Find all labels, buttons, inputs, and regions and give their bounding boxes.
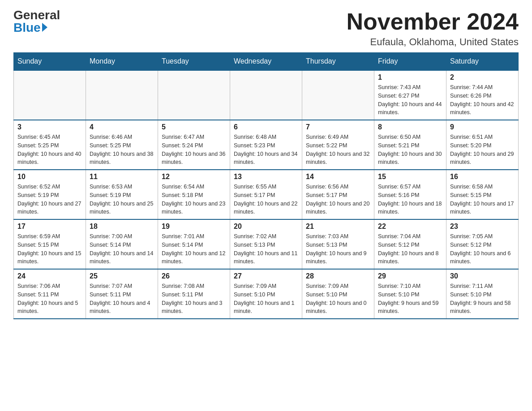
calendar-week-row: 10Sunrise: 6:52 AM Sunset: 5:19 PM Dayli… xyxy=(14,170,519,219)
calendar-cell xyxy=(86,70,158,120)
day-number: 9 xyxy=(450,123,515,131)
calendar-cell: 7Sunrise: 6:49 AM Sunset: 5:22 PM Daylig… xyxy=(302,120,374,170)
day-number: 12 xyxy=(162,173,226,181)
day-number: 5 xyxy=(162,123,226,131)
day-number: 16 xyxy=(450,173,515,181)
page-header: General Blue November 2024 Eufaula, Okla… xyxy=(13,9,519,48)
calendar-cell: 10Sunrise: 6:52 AM Sunset: 5:19 PM Dayli… xyxy=(14,170,86,219)
day-number: 1 xyxy=(378,73,442,81)
day-number: 10 xyxy=(17,173,82,181)
day-number: 7 xyxy=(306,123,370,131)
day-number: 15 xyxy=(378,173,442,181)
logo-general-text: General xyxy=(13,9,60,21)
day-info: Sunrise: 7:02 AM Sunset: 5:13 PM Dayligh… xyxy=(234,232,298,266)
day-number: 19 xyxy=(162,223,226,231)
logo-blue-text: Blue xyxy=(13,21,47,34)
day-number: 21 xyxy=(306,223,370,231)
weekday-header-sunday: Sunday xyxy=(14,53,86,71)
day-info: Sunrise: 7:08 AM Sunset: 5:11 PM Dayligh… xyxy=(162,282,226,316)
calendar-week-row: 17Sunrise: 6:59 AM Sunset: 5:15 PM Dayli… xyxy=(14,219,519,269)
calendar-cell: 1Sunrise: 7:43 AM Sunset: 6:27 PM Daylig… xyxy=(374,70,446,120)
day-info: Sunrise: 6:55 AM Sunset: 5:17 PM Dayligh… xyxy=(234,183,298,216)
calendar-week-row: 1Sunrise: 7:43 AM Sunset: 6:27 PM Daylig… xyxy=(14,70,519,120)
calendar-cell: 27Sunrise: 7:09 AM Sunset: 5:10 PM Dayli… xyxy=(230,269,302,319)
day-number: 27 xyxy=(234,272,298,280)
calendar-cell: 29Sunrise: 7:10 AM Sunset: 5:10 PM Dayli… xyxy=(374,269,446,319)
day-info: Sunrise: 7:09 AM Sunset: 5:10 PM Dayligh… xyxy=(306,282,370,316)
weekday-header-friday: Friday xyxy=(374,53,446,71)
calendar-cell: 12Sunrise: 6:54 AM Sunset: 5:18 PM Dayli… xyxy=(158,170,230,219)
day-info: Sunrise: 7:07 AM Sunset: 5:11 PM Dayligh… xyxy=(90,282,154,316)
day-number: 26 xyxy=(162,272,226,280)
calendar-cell: 5Sunrise: 6:47 AM Sunset: 5:24 PM Daylig… xyxy=(158,120,230,170)
calendar-cell: 25Sunrise: 7:07 AM Sunset: 5:11 PM Dayli… xyxy=(86,269,158,319)
day-number: 24 xyxy=(17,272,82,280)
day-info: Sunrise: 6:45 AM Sunset: 5:25 PM Dayligh… xyxy=(17,133,82,167)
calendar-cell xyxy=(14,70,86,120)
calendar-cell: 13Sunrise: 6:55 AM Sunset: 5:17 PM Dayli… xyxy=(230,170,302,219)
calendar-cell: 19Sunrise: 7:01 AM Sunset: 5:14 PM Dayli… xyxy=(158,219,230,269)
day-info: Sunrise: 7:01 AM Sunset: 5:14 PM Dayligh… xyxy=(162,232,226,266)
calendar-cell: 8Sunrise: 6:50 AM Sunset: 5:21 PM Daylig… xyxy=(374,120,446,170)
day-number: 4 xyxy=(90,123,154,131)
calendar-cell: 23Sunrise: 7:05 AM Sunset: 5:12 PM Dayli… xyxy=(446,219,519,269)
day-info: Sunrise: 7:05 AM Sunset: 5:12 PM Dayligh… xyxy=(450,232,515,266)
location-label: Eufaula, Oklahoma, United States xyxy=(347,36,519,48)
calendar-cell: 16Sunrise: 6:58 AM Sunset: 5:15 PM Dayli… xyxy=(446,170,519,219)
day-number: 25 xyxy=(90,272,154,280)
day-info: Sunrise: 6:48 AM Sunset: 5:23 PM Dayligh… xyxy=(234,133,298,167)
day-info: Sunrise: 6:52 AM Sunset: 5:19 PM Dayligh… xyxy=(17,183,82,216)
calendar-cell: 26Sunrise: 7:08 AM Sunset: 5:11 PM Dayli… xyxy=(158,269,230,319)
day-info: Sunrise: 6:51 AM Sunset: 5:20 PM Dayligh… xyxy=(450,133,515,167)
day-info: Sunrise: 6:46 AM Sunset: 5:25 PM Dayligh… xyxy=(90,133,154,167)
day-info: Sunrise: 6:58 AM Sunset: 5:15 PM Dayligh… xyxy=(450,183,515,216)
day-number: 22 xyxy=(378,223,442,231)
calendar-cell xyxy=(158,70,230,120)
day-info: Sunrise: 7:00 AM Sunset: 5:14 PM Dayligh… xyxy=(90,232,154,266)
day-number: 28 xyxy=(306,272,370,280)
calendar-cell: 20Sunrise: 7:02 AM Sunset: 5:13 PM Dayli… xyxy=(230,219,302,269)
day-number: 18 xyxy=(90,223,154,231)
day-info: Sunrise: 7:10 AM Sunset: 5:10 PM Dayligh… xyxy=(378,282,442,316)
month-title: November 2024 xyxy=(347,9,519,34)
calendar-cell: 18Sunrise: 7:00 AM Sunset: 5:14 PM Dayli… xyxy=(86,219,158,269)
day-info: Sunrise: 7:06 AM Sunset: 5:11 PM Dayligh… xyxy=(17,282,82,316)
day-number: 3 xyxy=(17,123,82,131)
day-number: 14 xyxy=(306,173,370,181)
weekday-header-thursday: Thursday xyxy=(302,53,374,71)
calendar-week-row: 24Sunrise: 7:06 AM Sunset: 5:11 PM Dayli… xyxy=(14,269,519,319)
logo-arrow-icon xyxy=(42,23,47,32)
weekday-header-saturday: Saturday xyxy=(446,53,519,71)
day-info: Sunrise: 7:03 AM Sunset: 5:13 PM Dayligh… xyxy=(306,232,370,266)
day-number: 11 xyxy=(90,173,154,181)
weekday-header-tuesday: Tuesday xyxy=(158,53,230,71)
calendar-cell: 9Sunrise: 6:51 AM Sunset: 5:20 PM Daylig… xyxy=(446,120,519,170)
calendar-cell: 4Sunrise: 6:46 AM Sunset: 5:25 PM Daylig… xyxy=(86,120,158,170)
day-info: Sunrise: 6:50 AM Sunset: 5:21 PM Dayligh… xyxy=(378,133,442,167)
logo: General Blue xyxy=(13,9,60,34)
weekday-header-row: SundayMondayTuesdayWednesdayThursdayFrid… xyxy=(14,53,519,71)
calendar-cell xyxy=(302,70,374,120)
calendar-cell: 6Sunrise: 6:48 AM Sunset: 5:23 PM Daylig… xyxy=(230,120,302,170)
calendar-cell: 17Sunrise: 6:59 AM Sunset: 5:15 PM Dayli… xyxy=(14,219,86,269)
calendar-cell: 14Sunrise: 6:56 AM Sunset: 5:17 PM Dayli… xyxy=(302,170,374,219)
day-info: Sunrise: 6:54 AM Sunset: 5:18 PM Dayligh… xyxy=(162,183,226,216)
day-number: 8 xyxy=(378,123,442,131)
day-info: Sunrise: 7:43 AM Sunset: 6:27 PM Dayligh… xyxy=(378,83,442,117)
day-info: Sunrise: 7:44 AM Sunset: 6:26 PM Dayligh… xyxy=(450,83,515,117)
day-number: 30 xyxy=(450,272,515,280)
day-info: Sunrise: 6:56 AM Sunset: 5:17 PM Dayligh… xyxy=(306,183,370,216)
day-info: Sunrise: 7:11 AM Sunset: 5:10 PM Dayligh… xyxy=(450,282,515,316)
calendar-week-row: 3Sunrise: 6:45 AM Sunset: 5:25 PM Daylig… xyxy=(14,120,519,170)
calendar-table: SundayMondayTuesdayWednesdayThursdayFrid… xyxy=(13,52,519,319)
calendar-cell: 11Sunrise: 6:53 AM Sunset: 5:19 PM Dayli… xyxy=(86,170,158,219)
calendar-cell: 28Sunrise: 7:09 AM Sunset: 5:10 PM Dayli… xyxy=(302,269,374,319)
calendar-cell: 2Sunrise: 7:44 AM Sunset: 6:26 PM Daylig… xyxy=(446,70,519,120)
calendar-cell: 3Sunrise: 6:45 AM Sunset: 5:25 PM Daylig… xyxy=(14,120,86,170)
weekday-header-monday: Monday xyxy=(86,53,158,71)
day-number: 23 xyxy=(450,223,515,231)
day-info: Sunrise: 7:09 AM Sunset: 5:10 PM Dayligh… xyxy=(234,282,298,316)
day-info: Sunrise: 6:53 AM Sunset: 5:19 PM Dayligh… xyxy=(90,183,154,216)
calendar-cell: 15Sunrise: 6:57 AM Sunset: 5:16 PM Dayli… xyxy=(374,170,446,219)
weekday-header-wednesday: Wednesday xyxy=(230,53,302,71)
